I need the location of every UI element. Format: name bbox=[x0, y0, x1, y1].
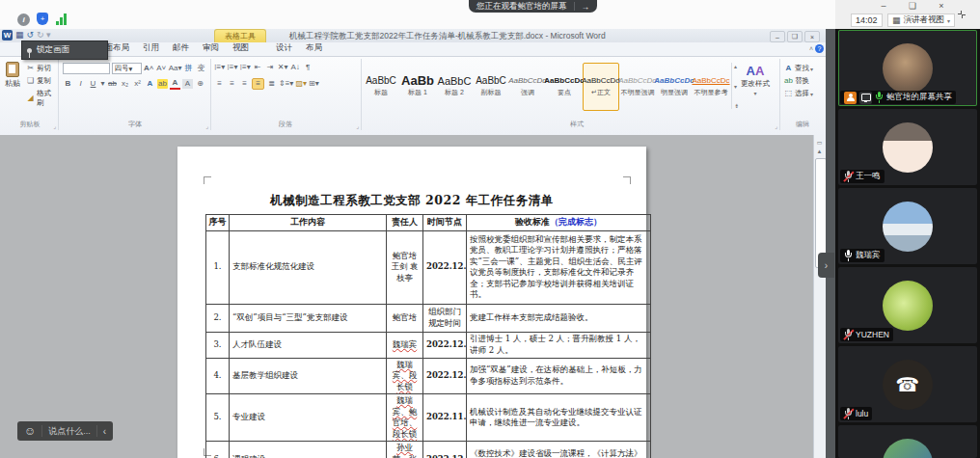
ruler-toggle-icon[interactable]: ▭ bbox=[814, 137, 825, 147]
clipboard-group-label: 剪贴板 bbox=[2, 120, 58, 129]
word-logo-icon[interactable]: W bbox=[2, 30, 13, 40]
word-restore-button[interactable]: ❏ bbox=[787, 31, 803, 42]
superscript-icon[interactable]: x² bbox=[132, 79, 143, 89]
style-heading[interactable]: AaBbC标题 bbox=[363, 63, 399, 111]
subscript-icon[interactable]: x₂ bbox=[120, 79, 130, 89]
style-subtle-reference[interactable]: AaBbCcDc不明显参考 bbox=[693, 63, 729, 111]
bold-icon[interactable]: B bbox=[63, 79, 73, 89]
align-right-icon[interactable]: ≡ bbox=[239, 79, 250, 89]
font-color-icon[interactable]: A bbox=[170, 78, 180, 90]
change-case-icon[interactable]: Aa▾ bbox=[169, 64, 181, 73]
screen-share-icon bbox=[859, 92, 872, 104]
copy-button[interactable]: ❏复制 bbox=[25, 76, 54, 86]
distribute-icon[interactable]: ≣ bbox=[266, 79, 277, 89]
save-icon[interactable]: ▦ bbox=[15, 30, 24, 40]
enclose-characters-icon[interactable]: ⊕ bbox=[195, 79, 205, 89]
style-emphasis[interactable]: AaBbCcDd强调 bbox=[509, 63, 546, 111]
paragraph-dialog-launcher[interactable]: ⌟ bbox=[356, 122, 359, 129]
word-scrollbar[interactable]: ▭ ▲ ▲ ▼ bbox=[813, 135, 827, 458]
chat-input-placeholder[interactable]: 说点什么... bbox=[48, 425, 91, 438]
style-keypoint[interactable]: AaBbCcDc要点 bbox=[546, 63, 583, 111]
character-border-icon[interactable]: 变 bbox=[196, 64, 206, 73]
lock-screen-tooltip[interactable]: 锁定画面 bbox=[21, 40, 108, 60]
line-spacing-icon[interactable]: ⇕≡▾ bbox=[279, 79, 293, 89]
highlight-icon[interactable]: ab bbox=[157, 79, 168, 89]
style-normal-selected[interactable]: AaBbCcDd↵正文 bbox=[583, 63, 619, 111]
cut-button[interactable]: ✂剪切 bbox=[25, 64, 54, 73]
participant-tile[interactable] bbox=[838, 425, 977, 458]
ribbon-collapse-icon[interactable]: ˄ bbox=[809, 45, 813, 52]
document-page[interactable]: 机械制造工程系教工党支部 2022 年工作任务清单 序号 工作内容 责任人 时间… bbox=[177, 147, 646, 458]
underline-icon[interactable]: U bbox=[88, 79, 98, 89]
meeting-minimize-button[interactable]: – bbox=[876, 1, 891, 11]
emoji-icon[interactable]: ☺ bbox=[24, 424, 36, 438]
increase-indent-icon[interactable]: ⇥ bbox=[265, 63, 276, 72]
meeting-restore-button[interactable]: ❏ bbox=[905, 1, 920, 11]
replace-button[interactable]: ab替换 bbox=[783, 76, 822, 86]
align-left-icon[interactable]: ≡ bbox=[214, 79, 225, 89]
style-subtitle[interactable]: AaBbC副标题 bbox=[473, 63, 509, 111]
select-button[interactable]: ⬚选择▾ bbox=[783, 89, 822, 98]
watching-screen-banner[interactable]: 您正在观看鲍官培的屏幕 → bbox=[469, 0, 597, 13]
chat-bar[interactable]: ☺ 说点什么... ‹ bbox=[17, 421, 113, 441]
sort-icon[interactable]: A↓ bbox=[290, 63, 301, 72]
info-icon[interactable]: i bbox=[17, 13, 30, 26]
meeting-close-button[interactable]: × bbox=[934, 1, 949, 11]
header-acceptance: 验收标准（完成标志） bbox=[467, 215, 651, 231]
redo-icon[interactable]: ↻ ▾ bbox=[37, 30, 51, 40]
font-dialog-launcher[interactable]: ⌟ bbox=[205, 122, 208, 129]
help-icon[interactable]: ? bbox=[815, 44, 824, 53]
align-center-icon[interactable]: ≡ bbox=[227, 79, 237, 89]
style-heading1[interactable]: AaBb标题 1 bbox=[399, 63, 436, 111]
style-subtle-emphasis[interactable]: AaBbCcDd不明显强调 bbox=[619, 63, 656, 111]
paste-button[interactable]: 粘贴 bbox=[3, 62, 22, 89]
find-button[interactable]: A查找▾ bbox=[783, 64, 822, 73]
document-canvas[interactable]: 机械制造工程系教工党支部 2022 年工作任务清单 序号 工作内容 责任人 时间… bbox=[0, 135, 813, 458]
participant-tile[interactable]: 王一鸣 bbox=[838, 109, 977, 185]
shield-icon[interactable]: + bbox=[37, 13, 48, 25]
undo-icon[interactable]: ↺ bbox=[27, 30, 35, 40]
styles-dialog-launcher[interactable]: ⌟ bbox=[775, 122, 777, 129]
view-mode-button[interactable]: ▦ 演讲者视图 ▾ bbox=[887, 13, 955, 27]
word-minimize-button[interactable]: – bbox=[770, 31, 785, 42]
participant-tile-presenter[interactable]: 鲍官培的屏幕共享 bbox=[838, 30, 977, 106]
text-effects-icon[interactable]: A bbox=[145, 79, 155, 89]
tab-view[interactable]: 视图 bbox=[226, 40, 256, 56]
participant-tile[interactable]: YUZHEN bbox=[838, 267, 977, 343]
style-heading2[interactable]: AaBbC标题 2 bbox=[436, 63, 473, 111]
bullets-icon[interactable]: ⁝≡▾ bbox=[214, 63, 225, 72]
numbering-icon[interactable]: ⁝≡▾ bbox=[227, 63, 237, 72]
tab-table-design[interactable]: 设计 bbox=[269, 40, 299, 56]
grow-font-icon[interactable]: A˄ bbox=[144, 64, 154, 73]
scroll-up-icon[interactable]: ▲ bbox=[814, 147, 825, 156]
show-marks-icon[interactable]: ¶ bbox=[303, 63, 313, 72]
font-size-combo[interactable]: 四号 ▾ bbox=[112, 63, 142, 74]
asian-layout-icon[interactable]: ✕▾ bbox=[278, 63, 288, 72]
font-name-combo[interactable] bbox=[63, 63, 110, 74]
multilevel-list-icon[interactable]: ⁝≡▾ bbox=[239, 63, 250, 72]
collapse-arrow-icon[interactable]: → bbox=[582, 2, 590, 12]
collapse-chat-icon[interactable]: ‹ bbox=[103, 426, 106, 437]
tab-mailings[interactable]: 邮件 bbox=[166, 40, 196, 56]
pinyin-guide-icon[interactable]: 拼 bbox=[183, 64, 194, 73]
shrink-font-icon[interactable]: A˅ bbox=[156, 64, 167, 73]
change-styles-button[interactable]: AA 更改样式▾ bbox=[735, 64, 776, 96]
strikethrough-icon[interactable]: ab bbox=[107, 79, 118, 89]
format-painter-button[interactable]: ◢格式刷 bbox=[25, 89, 54, 108]
decrease-indent-icon[interactable]: ⇤ bbox=[253, 63, 263, 72]
shading-icon[interactable]: ▨▾ bbox=[295, 79, 307, 89]
character-shading-icon[interactable]: A bbox=[182, 79, 193, 89]
tab-table-layout[interactable]: 布局 bbox=[299, 40, 329, 56]
justify-icon[interactable]: ≡ bbox=[252, 78, 264, 90]
tab-review[interactable]: 审阅 bbox=[196, 40, 226, 56]
sidebar-collapse-handle[interactable]: › bbox=[818, 253, 834, 278]
word-close-button[interactable]: × bbox=[804, 31, 820, 42]
style-intense-emphasis[interactable]: AaBbCcDc明显强调 bbox=[656, 63, 693, 111]
signal-bars-icon[interactable] bbox=[56, 13, 67, 25]
borders-icon[interactable]: ⊞▾ bbox=[309, 79, 319, 89]
participant-tile[interactable]: ☎ lulu bbox=[838, 346, 977, 422]
clipboard-dialog-launcher[interactable]: ⌟ bbox=[53, 122, 56, 129]
participant-tile[interactable]: 魏瑞宾 bbox=[838, 188, 977, 264]
tab-references[interactable]: 引用 bbox=[136, 40, 166, 56]
italic-icon[interactable]: I bbox=[75, 79, 86, 89]
